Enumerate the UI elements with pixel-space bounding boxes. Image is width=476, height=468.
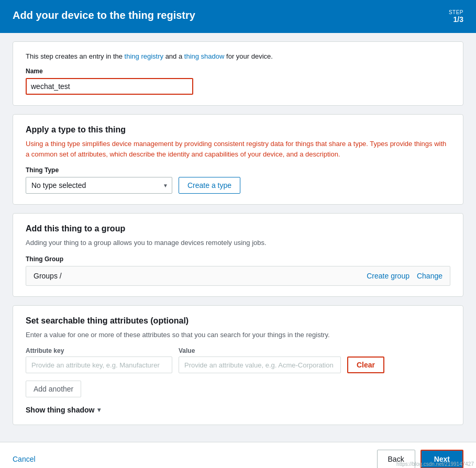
attribute-key-group: Attribute key [26,347,172,373]
attribute-value-input[interactable] [179,356,341,373]
name-section: This step creates an entry in the thing … [13,41,463,106]
type-select-wrapper: No type selected ▼ [26,177,172,194]
name-label: Name [26,68,450,75]
attribute-key-input[interactable] [26,356,172,373]
attributes-section: Set searchable thing attributes (optiona… [13,305,463,426]
step-indicator: STEP 1/3 [449,9,463,24]
step-label: STEP [449,9,463,15]
attributes-grid: Attribute key Value Clear [26,347,450,373]
type-select[interactable]: No type selected [26,177,172,194]
type-section: Apply a type to this thing Using a thing… [13,114,463,205]
thing-shadow-link[interactable]: thing shadow [184,52,225,60]
intro-text: This step creates an entry in the thing … [26,52,450,60]
attribute-value-label: Value [179,347,341,354]
thing-type-label: Thing Type [26,166,450,174]
shadow-toggle-label: Show thing shadow [26,406,94,414]
change-group-button[interactable]: Change [417,272,442,280]
watermark: https://blog.csdn.net/2199147427 [396,461,474,467]
page-title: Add your device to the thing registry [13,9,195,21]
name-input[interactable] [26,78,193,95]
chevron-down-icon: ▾ [97,406,101,414]
group-actions: Create group Change [367,272,442,280]
type-field-row: No type selected ▼ Create a type [26,177,450,194]
page-header: Add your device to the thing registry ST… [0,0,476,33]
show-thing-shadow-toggle[interactable]: Show thing shadow ▾ [26,406,450,414]
thing-registry-link[interactable]: thing registry [125,52,163,60]
attribute-key-label: Attribute key [26,347,172,354]
group-path: Groups / [34,272,62,280]
group-section: Add this thing to a group Adding your th… [13,213,463,297]
step-value: 1/3 [453,15,463,24]
attributes-section-desc: Enter a value for one or more of these a… [26,330,450,340]
attribute-value-group: Value [179,347,341,373]
create-type-button[interactable]: Create a type [179,177,240,194]
type-section-desc: Using a thing type simplifies device man… [26,139,450,159]
attributes-section-title: Set searchable thing attributes (optiona… [26,316,450,326]
group-section-desc: Adding your thing to a group allows you … [26,238,450,248]
page-content: This step creates an entry in the thing … [0,33,476,442]
group-section-title: Add this thing to a group [26,224,450,233]
thing-group-label: Thing Group [26,255,450,263]
cancel-button[interactable]: Cancel [13,455,36,463]
add-another-button[interactable]: Add another [26,381,81,397]
clear-button[interactable]: Clear [347,356,384,373]
group-box: Groups / Create group Change [26,266,450,286]
type-section-title: Apply a type to this thing [26,125,450,135]
create-group-button[interactable]: Create group [367,272,409,280]
